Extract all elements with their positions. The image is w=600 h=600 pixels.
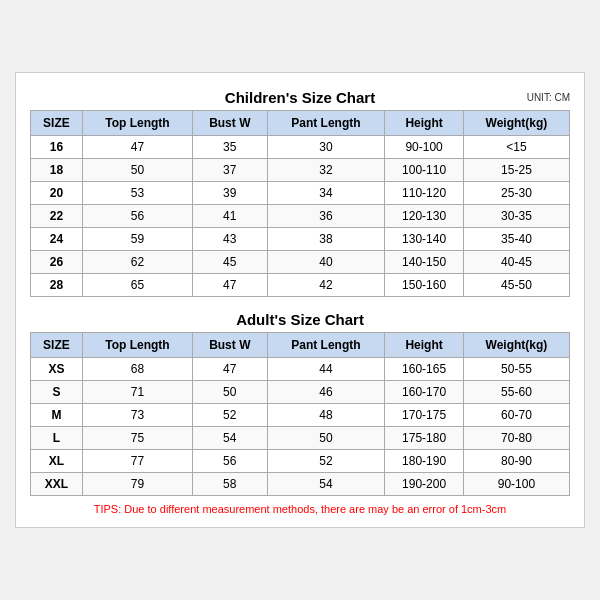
- table-row: 24594338130-14035-40: [31, 228, 570, 251]
- table-row: 22564136120-13030-35: [31, 205, 570, 228]
- table-row: S715046160-17055-60: [31, 381, 570, 404]
- table-cell: 39: [193, 182, 268, 205]
- table-cell: 43: [193, 228, 268, 251]
- table-row: XS684744160-16550-55: [31, 358, 570, 381]
- table-cell: 37: [193, 159, 268, 182]
- table-cell: 18: [31, 159, 83, 182]
- table-cell: 30-35: [463, 205, 569, 228]
- table-cell: 30: [267, 136, 385, 159]
- table-row: 28654742150-16045-50: [31, 274, 570, 297]
- table-cell: 55-60: [463, 381, 569, 404]
- adults-header-row: SIZE Top Length Bust W Pant Length Heigh…: [31, 333, 570, 358]
- table-cell: 53: [82, 182, 192, 205]
- adults-chart-title: Adult's Size Chart: [236, 311, 364, 328]
- table-cell: 130-140: [385, 228, 464, 251]
- table-cell: 52: [267, 450, 385, 473]
- table-cell: 44: [267, 358, 385, 381]
- table-cell: 42: [267, 274, 385, 297]
- table-cell: 41: [193, 205, 268, 228]
- table-cell: 59: [82, 228, 192, 251]
- table-cell: 35-40: [463, 228, 569, 251]
- table-cell: 180-190: [385, 450, 464, 473]
- adults-col-top-length: Top Length: [82, 333, 192, 358]
- table-cell: 32: [267, 159, 385, 182]
- table-cell: 160-170: [385, 381, 464, 404]
- table-cell: 45-50: [463, 274, 569, 297]
- table-cell: M: [31, 404, 83, 427]
- table-cell: <15: [463, 136, 569, 159]
- adults-col-pant-length: Pant Length: [267, 333, 385, 358]
- table-cell: 52: [193, 404, 268, 427]
- children-size-table: SIZE Top Length Bust W Pant Length Heigh…: [30, 110, 570, 297]
- table-cell: 60-70: [463, 404, 569, 427]
- table-cell: 160-165: [385, 358, 464, 381]
- table-cell: 34: [267, 182, 385, 205]
- children-col-bust-w: Bust W: [193, 111, 268, 136]
- table-cell: 20: [31, 182, 83, 205]
- table-cell: 90-100: [463, 473, 569, 496]
- table-cell: 110-120: [385, 182, 464, 205]
- table-cell: 48: [267, 404, 385, 427]
- table-cell: 35: [193, 136, 268, 159]
- table-cell: 15-25: [463, 159, 569, 182]
- table-cell: 46: [267, 381, 385, 404]
- table-cell: 36: [267, 205, 385, 228]
- table-cell: 120-130: [385, 205, 464, 228]
- table-row: 26624540140-15040-45: [31, 251, 570, 274]
- adults-chart-header: Adult's Size Chart: [30, 305, 570, 332]
- table-cell: 73: [82, 404, 192, 427]
- children-header-row: SIZE Top Length Bust W Pant Length Heigh…: [31, 111, 570, 136]
- table-row: 18503732100-11015-25: [31, 159, 570, 182]
- children-col-weight: Weight(kg): [463, 111, 569, 136]
- table-cell: 47: [193, 358, 268, 381]
- table-cell: 190-200: [385, 473, 464, 496]
- table-cell: 77: [82, 450, 192, 473]
- table-cell: 70-80: [463, 427, 569, 450]
- table-cell: XS: [31, 358, 83, 381]
- chart-container: Children's Size Chart UNIT: CM SIZE Top …: [15, 72, 585, 528]
- table-cell: 24: [31, 228, 83, 251]
- children-chart-title: Children's Size Chart: [225, 89, 375, 106]
- children-chart-header: Children's Size Chart UNIT: CM: [30, 83, 570, 110]
- children-col-pant-length: Pant Length: [267, 111, 385, 136]
- table-cell: 50-55: [463, 358, 569, 381]
- children-col-height: Height: [385, 111, 464, 136]
- table-row: XXL795854190-20090-100: [31, 473, 570, 496]
- table-cell: 26: [31, 251, 83, 274]
- table-cell: XXL: [31, 473, 83, 496]
- table-cell: 65: [82, 274, 192, 297]
- table-cell: 80-90: [463, 450, 569, 473]
- table-cell: 50: [82, 159, 192, 182]
- children-col-top-length: Top Length: [82, 111, 192, 136]
- table-row: L755450175-18070-80: [31, 427, 570, 450]
- table-cell: 75: [82, 427, 192, 450]
- table-cell: 54: [193, 427, 268, 450]
- tips-text: TIPS: Due to different measurement metho…: [30, 503, 570, 517]
- table-cell: 90-100: [385, 136, 464, 159]
- table-cell: 58: [193, 473, 268, 496]
- table-cell: 150-160: [385, 274, 464, 297]
- table-cell: 56: [193, 450, 268, 473]
- table-cell: 40-45: [463, 251, 569, 274]
- table-cell: 47: [193, 274, 268, 297]
- table-cell: 56: [82, 205, 192, 228]
- table-row: 20533934110-12025-30: [31, 182, 570, 205]
- table-cell: 40: [267, 251, 385, 274]
- table-cell: 38: [267, 228, 385, 251]
- table-cell: 140-150: [385, 251, 464, 274]
- table-cell: L: [31, 427, 83, 450]
- table-cell: 16: [31, 136, 83, 159]
- table-cell: 68: [82, 358, 192, 381]
- adults-col-height: Height: [385, 333, 464, 358]
- table-cell: 28: [31, 274, 83, 297]
- table-cell: 22: [31, 205, 83, 228]
- adults-col-bust-w: Bust W: [193, 333, 268, 358]
- table-row: 1647353090-100<15: [31, 136, 570, 159]
- table-cell: 54: [267, 473, 385, 496]
- adults-col-size: SIZE: [31, 333, 83, 358]
- table-row: M735248170-17560-70: [31, 404, 570, 427]
- table-cell: 50: [267, 427, 385, 450]
- table-cell: XL: [31, 450, 83, 473]
- table-cell: 100-110: [385, 159, 464, 182]
- table-row: XL775652180-19080-90: [31, 450, 570, 473]
